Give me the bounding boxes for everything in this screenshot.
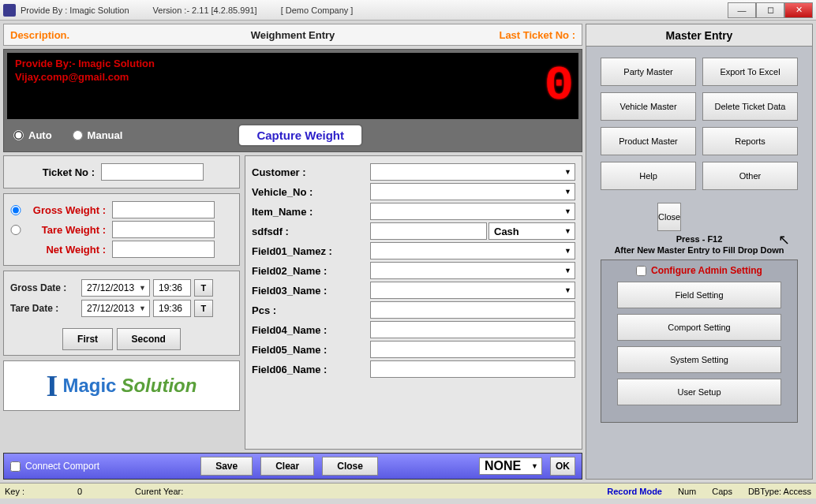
close-button[interactable]: Close bbox=[322, 457, 378, 476]
gross-time-picker[interactable]: 19:36 bbox=[153, 279, 191, 297]
weight-display-block: Provide By:- Imagic Solution Vijay.comp@… bbox=[3, 49, 582, 152]
master-entry-title: Master Entry bbox=[586, 24, 812, 47]
master-close-button[interactable]: Close bbox=[657, 203, 681, 231]
second-button[interactable]: Second bbox=[117, 328, 181, 350]
credit-line2: Vijay.comp@gmail.com bbox=[15, 71, 155, 84]
tip-line1: Press - F12 bbox=[590, 234, 809, 244]
none-combo[interactable]: NONE▼ bbox=[479, 457, 542, 475]
header-strip: Description. Weighment Entry Last Ticket… bbox=[3, 24, 582, 46]
last-ticket-label: Last Ticket No : bbox=[449, 29, 575, 41]
mode-auto-radio[interactable]: Auto bbox=[13, 129, 52, 141]
export-excel-button[interactable]: Export To Excel bbox=[702, 58, 798, 86]
logo-panel: I Magic Solution bbox=[3, 360, 240, 411]
minimize-button[interactable] bbox=[728, 2, 756, 18]
vehicle-master-button[interactable]: Vehicle Master bbox=[601, 92, 696, 121]
tare-t-button[interactable]: T bbox=[194, 300, 213, 317]
customer-combo[interactable]: ▼ bbox=[370, 163, 575, 181]
first-button[interactable]: First bbox=[62, 328, 113, 350]
config-panel: Configure Admin Setting Field Setting Co… bbox=[601, 259, 798, 423]
field06-input[interactable] bbox=[370, 360, 575, 378]
field03-combo[interactable]: ▼ bbox=[370, 282, 575, 299]
ok-button[interactable]: OK bbox=[550, 457, 575, 476]
configure-admin-checkbox[interactable] bbox=[636, 266, 646, 276]
tare-time-picker[interactable]: 19:36 bbox=[153, 300, 191, 317]
gross-date-picker[interactable]: 27/12/2013▼ bbox=[81, 279, 150, 297]
tip-line2: After New Master Entry to Fill Drop Down bbox=[590, 245, 809, 255]
field-setting-button[interactable]: Field Setting bbox=[617, 282, 781, 308]
close-window-button[interactable] bbox=[784, 2, 813, 18]
save-button[interactable]: Save bbox=[200, 457, 253, 476]
field01-combo[interactable]: ▼ bbox=[370, 242, 575, 259]
credit-line1: Provide By:- Imagic Solution bbox=[15, 58, 155, 71]
party-master-button[interactable]: Party Master bbox=[601, 58, 696, 86]
sdfsdf-input[interactable] bbox=[370, 222, 487, 240]
pcs-input[interactable] bbox=[370, 301, 575, 319]
gross-weight-radio[interactable] bbox=[10, 205, 21, 215]
app-icon bbox=[3, 4, 16, 17]
entry-form-panel: Customer :▼ Vehicle_No :▼ Item_Name :▼ s… bbox=[245, 155, 582, 450]
title-provider: Provide By : Imagic Solution bbox=[21, 6, 129, 15]
window-titlebar: Provide By : Imagic Solution Version :- … bbox=[0, 0, 816, 21]
title-company: [ Demo Company ] bbox=[281, 6, 354, 15]
item-name-combo[interactable]: ▼ bbox=[370, 203, 575, 220]
field05-input[interactable] bbox=[370, 341, 575, 358]
status-bar: Key : 0 Curent Year: Record Mode Num Cap… bbox=[0, 483, 816, 498]
field04-input[interactable] bbox=[370, 321, 575, 338]
help-button[interactable]: Help bbox=[601, 162, 696, 190]
system-setting-button[interactable]: System Setting bbox=[617, 346, 781, 373]
gross-t-button[interactable]: T bbox=[194, 279, 213, 297]
clear-button[interactable]: Clear bbox=[260, 457, 314, 476]
tare-weight-radio[interactable] bbox=[10, 225, 21, 235]
description-label: Description. bbox=[10, 29, 137, 41]
field02-combo[interactable]: ▼ bbox=[370, 262, 575, 279]
tare-date-picker[interactable]: 27/12/2013▼ bbox=[81, 300, 150, 317]
user-setup-button[interactable]: User Setup bbox=[617, 379, 781, 405]
weight-digit: 0 bbox=[545, 58, 571, 114]
maximize-button[interactable] bbox=[756, 2, 784, 18]
title-version: Version :- 2.11 [4.2.85.991] bbox=[153, 6, 257, 15]
gross-weight-input[interactable] bbox=[112, 201, 215, 218]
mode-manual-radio[interactable]: Manual bbox=[73, 129, 123, 141]
tare-weight-input[interactable] bbox=[112, 221, 215, 238]
net-weight-input[interactable] bbox=[112, 241, 215, 258]
ticket-no-label: Ticket No : bbox=[10, 166, 101, 178]
ticket-no-input[interactable] bbox=[101, 163, 204, 181]
cash-combo[interactable]: Cash▼ bbox=[488, 222, 575, 240]
delete-ticket-button[interactable]: Delete Ticket Data bbox=[702, 92, 798, 121]
capture-weight-button[interactable]: Capture Weight bbox=[238, 124, 363, 147]
reports-button[interactable]: Reports bbox=[702, 127, 798, 155]
action-bar: Connect Comport Save Clear Close NONE▼ O… bbox=[3, 453, 582, 480]
page-title: Weighment Entry bbox=[137, 29, 449, 41]
tare-date-label: Tare Date : bbox=[10, 303, 78, 314]
gross-date-label: Gross Date : bbox=[10, 282, 78, 293]
vehicle-no-combo[interactable]: ▼ bbox=[370, 183, 575, 200]
other-button[interactable]: Other bbox=[702, 162, 798, 190]
comport-setting-button[interactable]: Comport Setting bbox=[617, 314, 781, 341]
product-master-button[interactable]: Product Master bbox=[601, 127, 696, 155]
connect-comport-checkbox[interactable]: Connect Comport bbox=[10, 461, 99, 472]
